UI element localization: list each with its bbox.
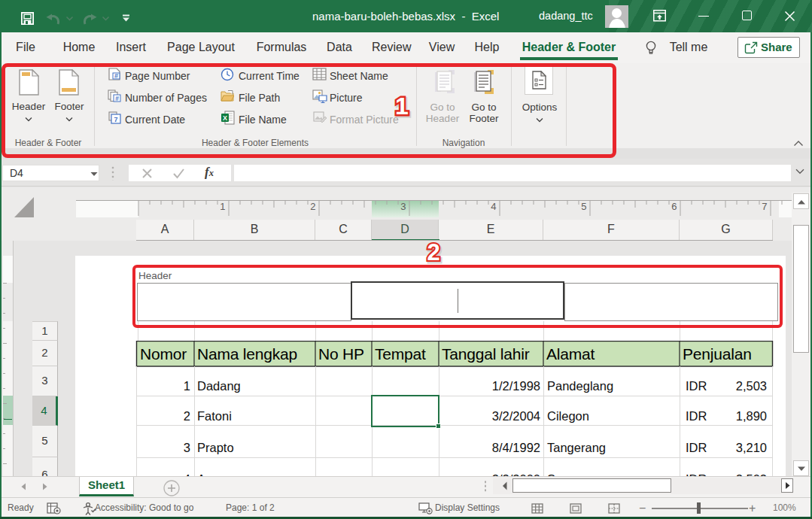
svg-text:1: 1 (220, 201, 225, 212)
svg-text:7: 7 (762, 201, 767, 212)
svg-text:6: 6 (671, 201, 677, 212)
svg-text:1: 1 (395, 93, 409, 120)
svg-text:5: 5 (581, 201, 586, 212)
svg-text:4: 4 (491, 201, 496, 212)
svg-text:2: 2 (310, 201, 315, 212)
svg-text:2: 2 (427, 241, 439, 266)
svg-text:3: 3 (400, 201, 406, 212)
